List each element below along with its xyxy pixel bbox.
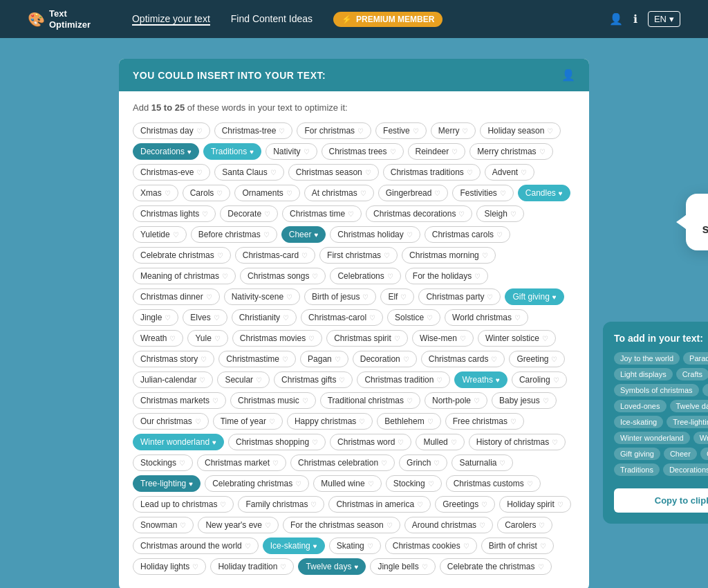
tag-cheer[interactable]: Cheer ♥ xyxy=(281,226,326,243)
tag-christmastime[interactable]: Christmastime ♡ xyxy=(218,351,296,367)
tag-at-christmas[interactable]: At christmas ♡ xyxy=(304,185,374,201)
tag-christmas-day[interactable]: Christmas day ♡ xyxy=(133,122,210,139)
tag-decoration[interactable]: Decoration ♡ xyxy=(353,351,417,367)
tag-christmas-market[interactable]: Christmas market ♡ xyxy=(197,454,286,471)
tag-free-christmas[interactable]: Free christmas ♡ xyxy=(445,413,524,430)
tag-christmas-cards[interactable]: Christmas cards ♡ xyxy=(421,351,505,367)
tag-wise-men[interactable]: Wise-men ♡ xyxy=(412,330,474,347)
tag-history-of-christmas[interactable]: History of christmas ♡ xyxy=(469,434,566,450)
tag-first-christmas[interactable]: First christmas ♡ xyxy=(319,247,398,264)
tag-christmas-movies[interactable]: Christmas movies ♡ xyxy=(232,330,322,347)
tag-secular[interactable]: Secular ♡ xyxy=(217,371,270,388)
tag-jingle[interactable]: Jingle ♡ xyxy=(133,309,178,326)
side-tag-tree-lighting[interactable]: Tree-lighting xyxy=(667,416,708,428)
tag-carolers[interactable]: Carolers ♡ xyxy=(497,517,552,533)
tag-skating[interactable]: Skating ♡ xyxy=(329,538,381,554)
side-tag-loved-ones[interactable]: Loved-ones xyxy=(614,400,667,412)
tag-christmas-story[interactable]: Christmas story ♡ xyxy=(133,351,214,367)
tag-saturnalia[interactable]: Saturnalia ♡ xyxy=(451,454,513,471)
tag-gift-giving[interactable]: Gift giving ♥ xyxy=(505,288,563,305)
tag-yule[interactable]: Yule ♡ xyxy=(187,330,227,347)
nav-optimize[interactable]: Optimize your text xyxy=(132,13,210,26)
tag-caroling[interactable]: Caroling ♡ xyxy=(512,371,567,388)
tag-new-year's-eve[interactable]: New year's eve ♡ xyxy=(198,517,279,533)
tag-reindeer[interactable]: Reindeer ♡ xyxy=(408,143,466,160)
tag-merry[interactable]: Merry ♡ xyxy=(431,122,476,139)
tag-meaning-of-christmas[interactable]: Meaning of christmas ♡ xyxy=(133,268,236,284)
side-tag-cheer[interactable]: Cheer xyxy=(664,448,697,460)
tag-christmas-traditions[interactable]: Christmas traditions ♡ xyxy=(383,164,481,181)
user-icon[interactable]: 👤 xyxy=(609,12,623,26)
tag-celebrate-christmas[interactable]: Celebrate christmas ♡ xyxy=(133,247,231,264)
tag-for-the-holidays[interactable]: For the holidays ♡ xyxy=(405,268,488,284)
side-tag-twelve-days[interactable]: Twelve days xyxy=(670,400,709,412)
tag-winter-wonderland[interactable]: Winter wonderland ♥ xyxy=(133,434,224,450)
tag-family-christmas[interactable]: Family christmas ♡ xyxy=(238,496,324,513)
tag-tree-lighting[interactable]: Tree-lighting ♥ xyxy=(133,475,201,492)
side-tag-decorations[interactable]: Decorations xyxy=(663,463,708,476)
tag-solstice[interactable]: Solstice ♡ xyxy=(387,309,440,326)
tag-advent[interactable]: Advent ♡ xyxy=(485,164,534,181)
tag-mulled[interactable]: Mulled ♡ xyxy=(416,434,464,450)
tag-christmas-season[interactable]: Christmas season ♡ xyxy=(288,164,379,181)
tag-christmas-eve[interactable]: Christmas-eve ♡ xyxy=(133,164,210,181)
tag-christmas-carol[interactable]: Christmas-carol ♡ xyxy=(301,309,383,326)
tag-jingle-bells[interactable]: Jingle bells ♡ xyxy=(370,558,435,575)
tag-greeting[interactable]: Greeting ♡ xyxy=(509,351,565,367)
side-tag-festival-of-lights[interactable]: Festival of lights xyxy=(702,384,708,396)
side-tag-parades[interactable]: Parades xyxy=(683,352,708,365)
tag-nativity-scene[interactable]: Nativity-scene ♡ xyxy=(224,288,300,305)
tag-christmas-around-the-world[interactable]: Christmas around the world ♡ xyxy=(133,538,259,554)
tag-christmas-tradition[interactable]: Christmas tradition ♡ xyxy=(357,371,450,388)
tag-christmas-shopping[interactable]: Christmas shopping ♡ xyxy=(228,434,326,450)
tag-christmas-carols[interactable]: Christmas carols ♡ xyxy=(425,226,510,243)
tag-festive[interactable]: Festive ♡ xyxy=(375,122,427,139)
tag-traditional-christmas[interactable]: Traditional christmas ♡ xyxy=(320,392,420,409)
tag-for-the-christmas-season[interactable]: For the christmas season ♡ xyxy=(283,517,400,533)
side-tag-joy-to-the-world[interactable]: Joy to the world xyxy=(614,352,680,365)
side-tag-gift-giving[interactable]: Gift giving xyxy=(614,448,660,460)
tag-before-christmas[interactable]: Before christmas ♡ xyxy=(191,226,277,243)
tag-christmas-word[interactable]: Christmas word ♡ xyxy=(330,434,411,450)
tag-birth-of-jesus[interactable]: Birth of jesus ♡ xyxy=(304,288,376,305)
tag-christmas-markets[interactable]: Christmas markets ♡ xyxy=(133,392,226,409)
tag-stocking[interactable]: Stocking ♡ xyxy=(386,475,442,492)
tag-celebrating-christmas[interactable]: Celebrating christmas ♡ xyxy=(205,475,309,492)
side-tag-traditions[interactable]: Traditions xyxy=(614,463,660,476)
language-selector[interactable]: EN ▾ xyxy=(648,11,680,27)
tag-candles[interactable]: Candles ♥ xyxy=(518,185,570,201)
tag-holiday-spirit[interactable]: Holiday spirit ♡ xyxy=(499,496,571,513)
tag-ornaments[interactable]: Ornaments ♡ xyxy=(234,185,299,201)
tag-santa-claus[interactable]: Santa Claus ♡ xyxy=(214,164,283,181)
tag-christmas-time[interactable]: Christmas time ♡ xyxy=(282,205,362,222)
tag-elf[interactable]: Elf ♡ xyxy=(380,288,414,305)
tag-celebrations[interactable]: Celebrations ♡ xyxy=(330,268,400,284)
side-tag-light-displays[interactable]: Light displays xyxy=(614,368,673,380)
tag-decorate[interactable]: Decorate ♡ xyxy=(220,205,278,222)
side-tag-ice-skating[interactable]: Ice-skating xyxy=(614,416,663,428)
tag-our-christmas[interactable]: Our christmas ♡ xyxy=(133,413,209,430)
nav-content-ideas[interactable]: Find Content Ideas xyxy=(231,13,313,26)
tag-twelve-days[interactable]: Twelve days ♥ xyxy=(298,558,366,575)
tag-holiday-lights[interactable]: Holiday lights ♡ xyxy=(133,558,206,575)
tag-julian-calendar[interactable]: Julian-calendar ♡ xyxy=(133,371,213,388)
tag-christmas-tree[interactable]: Christmas-tree ♡ xyxy=(214,122,293,139)
tag-bethlehem[interactable]: Bethlehem ♡ xyxy=(377,413,440,430)
tag-gingerbread[interactable]: Gingerbread ♡ xyxy=(378,185,449,201)
tag-holiday-season[interactable]: Holiday season ♡ xyxy=(480,122,561,139)
side-tag-symbols-of-christmas[interactable]: Symbols of christmas xyxy=(614,384,699,396)
tag-decorations[interactable]: Decorations ♥ xyxy=(133,143,199,160)
tag-traditions[interactable]: Traditions ♥ xyxy=(203,143,261,160)
tag-greetings[interactable]: Greetings ♡ xyxy=(435,496,495,513)
tag-lead-up-to-christmas[interactable]: Lead up to christmas ♡ xyxy=(133,496,234,513)
tag-holiday-tradition[interactable]: Holiday tradition ♡ xyxy=(210,558,294,575)
tag-christmas-lights[interactable]: Christmas lights ♡ xyxy=(133,205,216,222)
tag-ice-skating[interactable]: Ice-skating ♥ xyxy=(263,538,325,554)
tag-birth-of-christ[interactable]: Birth of christ ♡ xyxy=(481,538,554,554)
tag-happy-christmas[interactable]: Happy christmas ♡ xyxy=(287,413,373,430)
tag-around-christmas[interactable]: Around christmas ♡ xyxy=(404,517,493,533)
tag-christmas-card[interactable]: Christmas-card ♡ xyxy=(235,247,315,264)
tag-yuletide[interactable]: Yuletide ♡ xyxy=(133,226,187,243)
tag-nativity[interactable]: Nativity ♡ xyxy=(266,143,317,160)
tag-christmas-customs[interactable]: Christmas customs ♡ xyxy=(446,475,541,492)
